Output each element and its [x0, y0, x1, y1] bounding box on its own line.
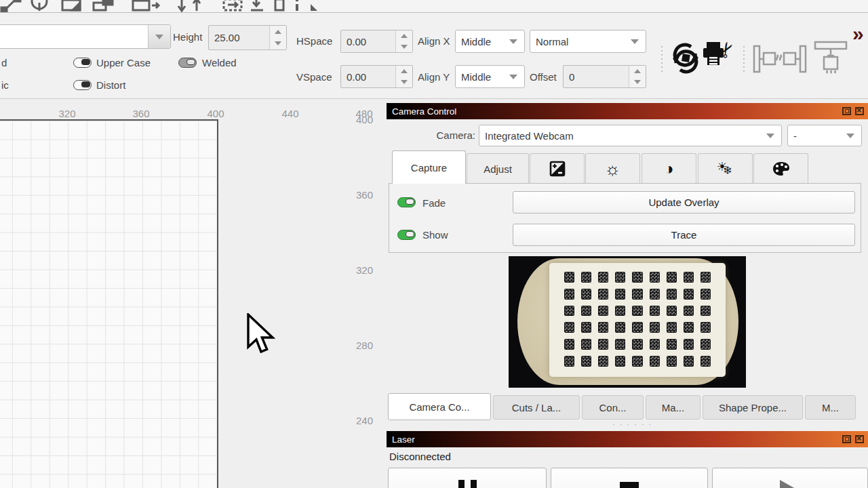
refresh-text-button[interactable] [670, 42, 701, 75]
calibration-marker [667, 306, 677, 317]
stop-button[interactable] [551, 468, 708, 488]
camera-select[interactable]: Integrated Webcam [479, 125, 782, 146]
spin-up-icon[interactable] [396, 30, 412, 41]
update-overlay-button[interactable]: Update Overlay [513, 191, 855, 214]
text-style-select[interactable]: Normal [530, 30, 646, 53]
align-laser-tool-button[interactable] [753, 43, 808, 75]
calibration-marker [598, 322, 608, 333]
toolbar-grip[interactable] [742, 45, 747, 72]
tab-exposure[interactable] [530, 153, 585, 184]
dock-tab[interactable]: Camera Co... [388, 393, 491, 420]
vspace-spinner[interactable]: 0.00 [340, 65, 413, 88]
fade-toggle[interactable] [397, 197, 416, 207]
camera-select-label: Camera: [424, 129, 475, 141]
undock-panel-icon[interactable] [842, 107, 851, 115]
spin-up-icon[interactable] [270, 26, 286, 38]
distort-label: Distort [96, 79, 125, 91]
calibration-marker [684, 306, 694, 317]
tab-white-balance[interactable]: ☀ ❄ [698, 153, 753, 184]
calibration-marker [564, 289, 574, 300]
calibration-marker [564, 356, 574, 367]
spin-up-icon[interactable] [629, 66, 646, 77]
toolbar-grip[interactable] [660, 45, 665, 72]
spin-up-icon[interactable] [396, 66, 412, 77]
dock-tab[interactable]: M... [805, 395, 856, 420]
welded-label: Welded [202, 57, 237, 68]
dock-tab[interactable]: Ma... [646, 395, 701, 420]
panel-splitter-handle[interactable]: · · · · · · [612, 420, 652, 428]
machine-work-area[interactable] [0, 119, 218, 488]
spin-down-icon[interactable] [396, 77, 412, 87]
print-cut-button[interactable]: ✂ [701, 41, 736, 76]
font-select[interactable] [0, 24, 171, 49]
camera-control-panel-header[interactable]: Camera Control [387, 103, 868, 119]
show-toggle[interactable] [397, 230, 416, 240]
undock-panel-icon[interactable] [842, 435, 851, 443]
play-icon [780, 480, 800, 488]
tab-capture[interactable]: Capture [392, 150, 466, 184]
calibration-marker [615, 306, 625, 317]
pause-button[interactable] [388, 468, 547, 488]
arrow-cursor-icon [245, 313, 281, 358]
chevron-down-icon[interactable] [148, 25, 170, 48]
laser-head-tool-button[interactable] [812, 41, 849, 79]
calibration-marker [581, 272, 591, 283]
close-panel-icon[interactable] [855, 435, 864, 443]
upper-case-toggle[interactable] [73, 58, 92, 68]
pause-icon [458, 480, 477, 488]
calibration-marker [650, 289, 660, 300]
align-output-icon [753, 43, 808, 75]
tab-brightness[interactable]: ☼ [585, 153, 640, 184]
spin-down-icon[interactable] [629, 77, 646, 87]
chevron-down-icon [509, 75, 517, 79]
calibration-marker [581, 289, 591, 300]
chevron-down-icon [509, 39, 517, 44]
laser-panel-header[interactable]: Laser [387, 431, 868, 447]
distort-toggle[interactable] [73, 80, 92, 90]
top-toolbar-icons[interactable] [0, 0, 868, 13]
close-panel-icon[interactable] [855, 107, 864, 115]
calibration-marker [564, 339, 574, 350]
camera-secondary-select[interactable]: - [787, 125, 862, 146]
calibration-marker [598, 272, 608, 283]
calibration-marker [650, 306, 660, 317]
calibration-marker [564, 272, 574, 283]
calibration-marker [615, 339, 625, 350]
trace-button[interactable]: Trace [513, 224, 855, 246]
dock-tab[interactable]: Cuts / La... [493, 395, 580, 420]
tab-adjust-label: Adjust [484, 163, 512, 175]
dock-tab[interactable]: Shape Prope... [703, 395, 803, 420]
spin-down-icon[interactable] [270, 38, 286, 50]
dock-tab[interactable]: Con... [582, 395, 644, 420]
start-button[interactable] [712, 468, 868, 488]
calibration-marker [684, 272, 694, 283]
tab-capture-label: Capture [411, 162, 447, 174]
offset-label: Offset [530, 71, 557, 83]
tab-color-palette[interactable] [753, 153, 808, 184]
spin-down-icon[interactable] [396, 41, 412, 52]
calibration-marker [701, 339, 711, 350]
hspace-spinner[interactable]: 0.00 [340, 30, 413, 53]
align-x-select[interactable]: Middle [455, 30, 525, 53]
calibration-card [549, 263, 726, 377]
calibration-marker [632, 272, 642, 283]
align-y-value: Middle [456, 71, 509, 83]
hspace-label: HSpace [296, 35, 332, 47]
sync-icon [670, 42, 701, 75]
tab-adjust[interactable]: Adjust [467, 153, 529, 184]
offset-spinner[interactable]: 0 [563, 65, 646, 88]
calibration-marker [598, 306, 608, 317]
clipped-label-italic: ic [1, 79, 9, 91]
laser-head-icon [812, 41, 849, 79]
calibration-marker [581, 306, 591, 317]
tab-contrast[interactable]: ◑ [642, 153, 696, 184]
calibration-marker [684, 356, 694, 367]
height-spinner[interactable]: 25.00 [208, 25, 287, 50]
height-label: Height [173, 31, 202, 43]
welded-toggle[interactable] [178, 58, 197, 68]
calibration-marker [615, 272, 625, 283]
chevron-down-icon [846, 134, 854, 138]
align-y-select[interactable]: Middle [455, 65, 525, 88]
workspace-canvas[interactable] [0, 99, 387, 488]
toolbar-overflow-chevron[interactable]: » [852, 24, 864, 44]
